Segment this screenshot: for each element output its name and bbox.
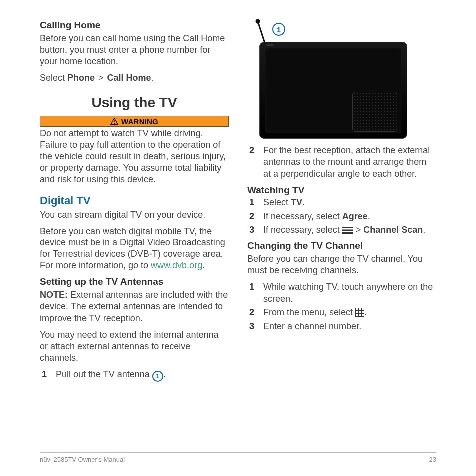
antenna-step-1: Pull out the TV antenna 1. — [40, 369, 229, 382]
w1-pre: Select — [263, 197, 291, 207]
calling-home-paragraph: Before you can call home using the Call … — [40, 33, 229, 67]
footer-title: nüvi 2585TV Owner's Manual — [40, 456, 125, 463]
left-column: Calling Home Before you can call home us… — [40, 19, 229, 387]
right-column: 1 For the best reception, attach the ext… — [247, 19, 436, 387]
watching-tv-heading: Watching TV — [247, 185, 436, 196]
step1-text: Pull out the TV antenna — [56, 369, 152, 379]
manual-page: Calling Home Before you can call home us… — [0, 0, 476, 476]
digital-tv-heading: Digital TV — [40, 194, 229, 207]
dvb-link[interactable]: www.dvb.org — [151, 260, 202, 270]
w3-gt: > — [353, 225, 364, 235]
antenna-steps-part1: Pull out the TV antenna 1. — [40, 369, 229, 382]
changing-step-1: While watching TV, touch anywhere on the… — [247, 281, 436, 305]
period-3: . — [163, 369, 166, 379]
changing-step-3: Enter a channel number. — [247, 321, 436, 332]
phone-label: Phone — [67, 73, 95, 83]
period-1: . — [151, 73, 154, 83]
period-w1: . — [302, 197, 305, 207]
svg-point-1 — [114, 123, 115, 124]
digital-tv-p1: You can stream digital TV on your device… — [40, 209, 229, 221]
watching-step-3: If necessary, select > Channel Scan. — [247, 224, 436, 236]
warning-label: WARNING — [121, 117, 158, 126]
digital-tv-p2: Before you can watch digital mobile TV, … — [40, 226, 229, 271]
c2-pre: From the menu, select — [263, 307, 355, 317]
note-paragraph: NOTE: External antennas are included wit… — [40, 289, 229, 324]
w2-pre: If necessary, select — [263, 211, 342, 221]
changing-p: Before you can change the TV channel, Yo… — [247, 253, 436, 276]
figure-callout-1: 1 — [272, 23, 285, 36]
period-w2: . — [368, 211, 370, 221]
footer-page-number: 23 — [429, 456, 436, 463]
changing-steps: While watching TV, touch anywhere on the… — [247, 281, 436, 332]
warning-banner: WARNING — [40, 116, 229, 127]
w2-agree: Agree — [342, 211, 368, 221]
antenna-steps-part2: For the best reception, attach the exter… — [247, 145, 436, 180]
watching-step-2: If necessary, select Agree. — [247, 211, 436, 222]
svg-rect-5 — [355, 308, 364, 317]
warning-paragraph: Do not attempt to watch TV while driving… — [40, 128, 229, 185]
svg-rect-2 — [342, 227, 353, 228]
note-text: External antennas are included with the … — [40, 290, 228, 323]
power-button-graphic — [266, 44, 273, 46]
changing-channel-heading: Changing the TV Channel — [247, 240, 436, 251]
two-column-layout: Calling Home Before you can call home us… — [40, 19, 436, 387]
period-w3: . — [423, 225, 425, 235]
period-2: . — [202, 260, 205, 270]
setting-antennas-heading: Setting up the TV Antennas — [40, 276, 229, 287]
antenna-p2: You may need to extend the internal ante… — [40, 329, 229, 364]
calling-home-heading: Calling Home — [40, 20, 229, 31]
warning-triangle-icon — [110, 118, 118, 125]
w3-pre: If necessary, select — [263, 225, 342, 235]
changing-step-2: From the menu, select . — [247, 307, 436, 318]
select-phone-callhome: Select Phone > Call Home. — [40, 72, 229, 84]
svg-rect-3 — [342, 229, 353, 231]
select-label: Select — [40, 73, 67, 83]
period-c2: . — [364, 307, 367, 317]
watching-steps: Select TV. If necessary, select Agree. I… — [247, 197, 436, 236]
gt-1: > — [95, 73, 107, 83]
device-body — [259, 42, 407, 139]
antenna-step-2: For the best reception, attach the exter… — [247, 145, 436, 180]
speaker-grill — [352, 92, 397, 132]
menu-lines-icon — [342, 226, 353, 234]
w1-tv: TV — [291, 197, 302, 207]
using-the-tv-heading: Using the TV — [40, 95, 229, 111]
note-label: NOTE: — [40, 290, 68, 300]
w3-scan: Channel Scan — [363, 225, 423, 235]
device-figure: 1 — [256, 20, 411, 140]
callout-1-inline: 1 — [152, 371, 163, 382]
svg-rect-4 — [342, 232, 353, 234]
grid-icon — [355, 308, 364, 317]
page-footer: nüvi 2585TV Owner's Manual 23 — [40, 452, 436, 463]
watching-step-1: Select TV. — [247, 197, 436, 208]
call-home-label: Call Home — [107, 73, 151, 83]
